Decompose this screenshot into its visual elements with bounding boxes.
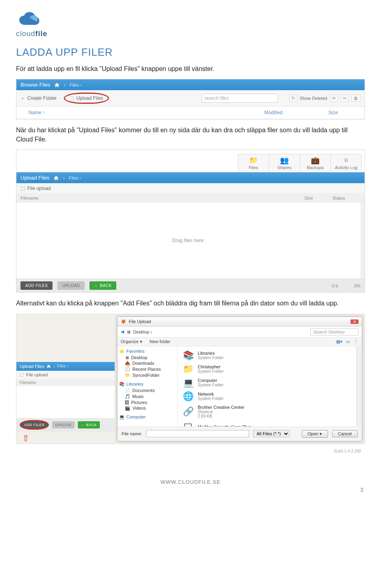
tab-backups[interactable]: 💼 Backups xyxy=(300,154,331,172)
filename-input[interactable] xyxy=(146,430,249,437)
sidebar-item-desktop[interactable]: 🖥Desktop xyxy=(119,355,176,360)
col-size[interactable]: Size xyxy=(328,110,353,115)
logo: cloudfile xyxy=(16,12,365,38)
filename-label: File name: xyxy=(122,431,142,436)
dialog-search-input[interactable]: Search Desktop xyxy=(310,328,359,335)
upload-button[interactable]: UPLOAD xyxy=(52,421,75,428)
upload-titlebar-small: Upload Files › Files › xyxy=(16,362,115,371)
trash-icon[interactable]: 🗑 xyxy=(351,95,361,102)
people-icon: 👥 xyxy=(269,157,300,164)
cloud-icon xyxy=(16,12,47,29)
sidebar-item-music[interactable]: 🎵Music xyxy=(119,394,176,400)
sidebar-item-videos[interactable]: 🎬Videos xyxy=(119,405,176,411)
breadcrumb[interactable]: Files › xyxy=(69,176,81,180)
cancel-button[interactable]: Cancel xyxy=(332,430,358,437)
organize-menu[interactable]: Organize ▾ xyxy=(121,339,142,344)
drop-area[interactable]: Drag files here. xyxy=(16,202,365,279)
sidebar-item-documents[interactable]: 📄Documents xyxy=(119,388,176,394)
upload-icon: ⬚ xyxy=(20,372,24,378)
summary-bytes: 0 b xyxy=(332,283,338,288)
refresh2-icon[interactable]: ⟳ xyxy=(330,95,338,102)
libraries-icon: 📚 xyxy=(182,350,195,361)
star-icon: ⭐ xyxy=(119,349,125,354)
tab-activity-log[interactable]: ≡ Activity Log xyxy=(330,154,362,172)
upload-panel-left: Upload Files › Files › ⬚ File upload Fil… xyxy=(16,314,115,444)
file-item-user[interactable]: 📁 ChristopherSystem Folder xyxy=(182,362,358,376)
browse-title: Browse Files xyxy=(20,82,50,88)
screenshot-upload-files: 📁 Files 👥 Shares 💼 Backups ≡ Activity Lo… xyxy=(16,150,365,293)
preview-icon[interactable]: ▭ xyxy=(346,339,350,344)
page-heading: LADDA UPP FILER xyxy=(16,46,365,59)
network-icon: 🌐 xyxy=(182,391,195,402)
show-deleted-link[interactable]: Show Deleted xyxy=(300,96,328,101)
col-modified[interactable]: Modified xyxy=(264,110,328,115)
sidebar-item-recent-places[interactable]: 🕘Recent Places xyxy=(119,366,176,372)
column-headers: Name ↑ Modified Size xyxy=(16,107,365,119)
sidebar-item-pictures[interactable]: 🖼Pictures xyxy=(119,400,176,405)
col-name[interactable]: Name ↑ xyxy=(28,110,264,115)
scrollbar[interactable] xyxy=(356,347,361,426)
desktop-icon: 🖥 xyxy=(126,329,131,334)
breadcrumb-chevron: › xyxy=(64,82,65,88)
computer-icon: 💻 xyxy=(119,414,125,420)
home-icon[interactable] xyxy=(54,83,60,87)
create-folder-button[interactable]: ＋ Create Folder xyxy=(20,95,57,102)
file-item-mcafee[interactable]: 🛡 McAfee Security Scan Plus xyxy=(182,420,358,426)
dialog-toolbar: Organize ▾ New folder ▦▾ ▭ ❔ xyxy=(118,337,362,346)
back-button[interactable]: ← BACK xyxy=(78,421,100,428)
shield-icon: 🛡 xyxy=(182,422,195,426)
home-icon[interactable] xyxy=(47,364,51,368)
refresh-icon[interactable]: ↻ xyxy=(289,95,298,102)
path-text[interactable]: Desktop › xyxy=(133,329,152,334)
breadcrumb-chevron: › xyxy=(63,175,65,181)
cut-icon[interactable]: ✂ xyxy=(340,95,349,102)
upload-column-headers: Filename Size Status xyxy=(16,194,365,202)
dialog-path-bar: ◀ 🖥 Desktop › Search Desktop xyxy=(118,327,362,337)
upload-files-button[interactable]: ⬚ Upload Files xyxy=(64,93,109,104)
firefox-icon: 🦊 xyxy=(121,319,126,324)
sidebar-computer[interactable]: 💻Computer xyxy=(119,414,176,420)
col-filename-small: Filename xyxy=(16,379,115,386)
open-button[interactable]: Open ▾ xyxy=(302,430,328,438)
browse-toolbar: ＋ Create Folder ⬚ Upload Files search fi… xyxy=(16,90,365,107)
col-status: Status xyxy=(332,196,361,200)
user-folder-icon: 📁 xyxy=(182,364,195,374)
back-button[interactable]: ← BACK xyxy=(89,281,116,290)
file-item-libraries[interactable]: 📚 LibrariesSystem Folder xyxy=(182,349,358,362)
screenshot-file-dialog: Upload Files › Files › ⬚ File upload Fil… xyxy=(16,314,365,444)
file-upload-dialog: 🦊 File Upload ✕ ◀ 🖥 Desktop › Search Des… xyxy=(117,317,362,441)
upload-icon: ⬚ xyxy=(70,95,74,101)
file-item-computer[interactable]: 💻 ComputerSystem Folder xyxy=(182,376,358,390)
file-item-brother[interactable]: 🔗 Brother Creative CenterShortcut 2.09 K… xyxy=(182,403,358,420)
top-tabs: 📁 Files 👥 Shares 💼 Backups ≡ Activity Lo… xyxy=(16,150,365,172)
upload-button[interactable]: UPLOAD xyxy=(57,281,85,290)
dialog-footer: File name: All Files (*.*) Open ▾ Cancel xyxy=(118,426,362,441)
back-nav-icon[interactable]: ◀ xyxy=(121,329,124,334)
sidebar-item-downloads[interactable]: 📥Downloads xyxy=(119,360,176,366)
sidebar-libraries[interactable]: 📚Libraries xyxy=(119,382,176,387)
paragraph-2: När du har klickat på "Upload Files" kom… xyxy=(16,126,365,144)
footer-url: WWW.CLOUDFILE.SE xyxy=(16,479,365,485)
file-filter-select[interactable]: All Files (*.*) xyxy=(253,430,290,437)
plus-icon: ＋ xyxy=(20,95,25,102)
help-icon[interactable]: ❔ xyxy=(353,339,359,344)
sidebar-favorites[interactable]: ⭐Favorites xyxy=(119,349,176,354)
breadcrumb[interactable]: Files › xyxy=(70,83,82,87)
new-folder-button[interactable]: New folder xyxy=(150,339,171,344)
view-icon[interactable]: ▦▾ xyxy=(336,339,342,344)
dialog-file-list: 📚 LibrariesSystem Folder 📁 ChristopherSy… xyxy=(178,346,362,426)
upload-icon: ⬚ xyxy=(20,186,25,191)
upload-button-bar: ADD FILES UPLOAD ← BACK 0 b 0% xyxy=(16,279,365,292)
tab-files[interactable]: 📁 Files xyxy=(238,154,269,172)
search-input[interactable]: search files xyxy=(202,94,278,103)
tab-shares[interactable]: 👥 Shares xyxy=(269,154,300,172)
sidebar-item-synced-folder[interactable]: 📁SyncedFolder xyxy=(119,372,176,378)
add-files-button[interactable]: ADD FILES xyxy=(20,281,53,290)
close-icon[interactable]: ✕ xyxy=(351,319,359,324)
add-files-button[interactable]: ADD FILES xyxy=(20,420,49,430)
col-filename: Filename xyxy=(20,196,304,200)
file-item-network[interactable]: 🌐 NetworkSystem Folder xyxy=(182,390,358,403)
home-icon[interactable] xyxy=(53,176,59,180)
dialog-sidebar: ⭐Favorites 🖥Desktop 📥Downloads 🕘Recent P… xyxy=(118,346,178,426)
dialog-titlebar: 🦊 File Upload ✕ xyxy=(118,317,362,327)
